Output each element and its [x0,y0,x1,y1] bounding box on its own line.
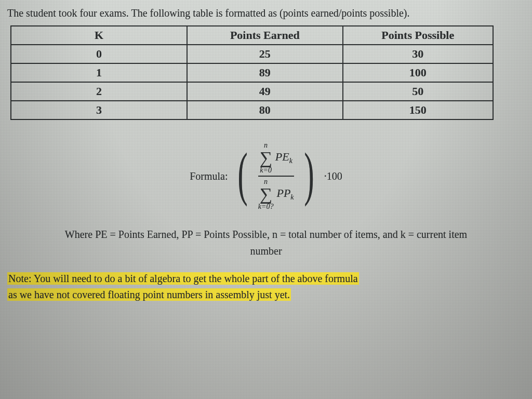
table-row: 1 89 100 [11,63,493,82]
sigma-icon: ∑ [259,149,272,167]
numerator-term: PEk [275,150,292,165]
sum-lower: k=0? [258,203,274,210]
problem-prompt: The student took four exams. The followi… [7,7,525,19]
cell-pp: 100 [343,63,493,82]
denominator-term: PPk [276,187,294,202]
table-row: 0 25 30 [11,45,493,63]
formula-label: Formula: [190,170,228,182]
note-line2: as we have not covered floating point nu… [7,288,291,301]
cell-pp: 50 [343,82,493,101]
sum-lower: k=0 [260,167,272,174]
col-pp-header: Points Possible [343,26,493,45]
note-line1: Note: You will need to do a bit of algeb… [7,272,359,285]
formula-block: Formula: ( n ∑ k=0 PEk n ∑ k=0? PPk [7,142,525,210]
cell-pp: 30 [343,45,493,63]
table-row: 2 49 50 [11,82,493,101]
cell-k: 3 [11,101,187,119]
cell-pe: 25 [187,45,342,63]
exam-table: K Points Earned Points Possible 0 25 30 … [10,25,494,120]
fraction: n ∑ k=0 PEk n ∑ k=0? PPk [258,142,294,210]
col-k-header: K [11,26,187,45]
left-paren-icon: ( [238,152,248,196]
right-paren-icon: ) [304,152,314,196]
col-pe-header: Points Earned [187,26,342,45]
formula-legend: Where PE = Points Earned, PP = Points Po… [7,226,525,259]
sigma-icon: ∑ [259,185,272,203]
cell-pe: 89 [187,63,342,82]
fraction-bar [258,176,294,177]
numerator: n ∑ k=0 PEk [259,142,292,174]
highlighted-note: Note: You will need to do a bit of algeb… [7,271,525,303]
cell-pp: 150 [343,101,493,119]
cell-pe: 80 [187,101,342,119]
cell-k: 2 [11,82,187,101]
table-header-row: K Points Earned Points Possible [11,26,493,45]
legend-line1: Where PE = Points Earned, PP = Points Po… [7,226,525,243]
cell-pe: 49 [187,82,342,101]
denominator: n ∑ k=0? PPk [258,178,294,210]
cell-k: 1 [11,63,187,82]
legend-line2: number [7,243,525,259]
table-row: 3 80 150 [11,101,493,119]
formula-multiplier: ·100 [324,170,342,182]
cell-k: 0 [11,45,187,63]
